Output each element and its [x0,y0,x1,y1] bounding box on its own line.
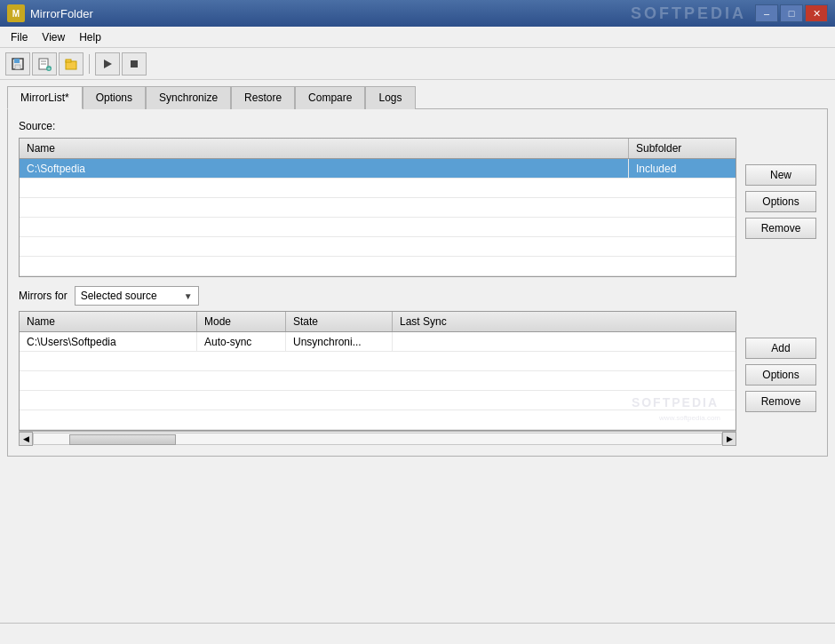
tab-restore[interactable]: Restore [231,86,295,109]
source-new-button[interactable]: New [745,164,816,186]
mirror-options-button[interactable]: Options [745,364,816,386]
source-empty-row [20,237,736,257]
title-bar: M MirrorFolder SOFTPEDIA – □ ✕ [0,0,835,27]
mirrors-col-state: State [286,312,393,331]
mirror-cell-lastsync-1 [393,332,736,351]
tab-options[interactable]: Options [83,86,146,109]
title-bar-left: M MirrorFolder [7,4,93,22]
source-cell-name-1: C:\Softpedia [20,159,629,178]
svg-rect-4 [15,65,20,69]
new-list-button[interactable]: + [32,52,57,76]
mirrors-col-name: Name [20,312,197,331]
source-table-wrapper: Name Subfolder C:\Softpedia Included [19,138,736,277]
tab-compare[interactable]: Compare [295,86,365,109]
status-bar [0,623,835,644]
save-button[interactable] [5,52,30,76]
mirror-empty-row [20,352,736,371]
mirrors-table-header: Name Mode State Last Sync [20,312,736,332]
mirror-add-button[interactable]: Add [745,338,816,359]
source-options-button[interactable]: Options [745,191,816,212]
source-side-buttons: New Options Remove [745,138,816,277]
close-button[interactable]: ✕ [805,4,828,22]
tab-synchronize[interactable]: Synchronize [146,86,231,109]
start-button[interactable] [95,52,120,76]
mirror-cell-name-1: C:\Users\Softpedia [20,332,197,351]
mirror-empty-row [20,410,736,430]
menu-bar: File View Help [0,27,835,48]
dropdown-value: Selected source [81,290,180,302]
maximize-button[interactable]: □ [780,4,803,22]
tab-bar: MirrorList* Options Synchronize Restore … [0,80,835,108]
source-row-1[interactable]: C:\Softpedia Included [20,159,736,179]
svg-rect-11 [66,60,71,62]
source-empty-row [20,257,736,276]
title-watermark: SOFTPEDIA [631,4,746,23]
mirrors-for-row: Mirrors for Selected source ▼ [19,286,816,306]
mirrors-side-buttons: Add Options Remove [745,311,816,445]
toolbar-separator [89,54,90,74]
scroll-right-button[interactable]: ▶ [722,432,736,446]
source-remove-button[interactable]: Remove [745,218,816,239]
mirror-row-1[interactable]: C:\Users\Softpedia Auto-sync Unsynchroni… [20,332,736,352]
svg-marker-12 [104,60,112,68]
toolbar: + [0,48,835,80]
source-empty-row [20,179,736,198]
scroll-thumb[interactable] [69,434,176,445]
menu-file[interactable]: File [4,29,35,45]
mirrors-table: Name Mode State Last Sync C:\Users\Softp… [19,311,736,431]
source-table-header: Name Subfolder [20,139,736,159]
minimize-button[interactable]: – [755,4,778,22]
source-table: Name Subfolder C:\Softpedia Included [19,138,736,277]
mirrors-col-lastsync: Last Sync [393,312,736,331]
mirror-empty-row [20,391,736,410]
mirrors-table-wrapper: Name Mode State Last Sync C:\Users\Softp… [19,311,736,445]
source-col-subfolder: Subfolder [629,139,736,158]
svg-text:+: + [47,66,51,71]
stop-button[interactable] [122,52,147,76]
selected-source-dropdown[interactable]: Selected source ▼ [75,286,199,306]
window-controls: – □ ✕ [755,4,828,22]
mirrors-for-label: Mirrors for [19,290,68,302]
source-cell-subfolder-1: Included [629,159,736,178]
source-label: Source: [19,120,816,132]
menu-view[interactable]: View [35,29,72,45]
app-icon: M [7,4,25,22]
dropdown-arrow-icon: ▼ [184,291,193,301]
mirror-empty-row [20,371,736,391]
mirrors-col-mode: Mode [197,312,286,331]
source-section: Name Subfolder C:\Softpedia Included New… [19,138,816,277]
source-empty-row [20,218,736,237]
mirror-cell-state-1: Unsynchroni... [286,332,393,351]
mirror-cell-mode-1: Auto-sync [197,332,286,351]
svg-text:M: M [12,9,20,19]
menu-help[interactable]: Help [72,29,108,45]
mirror-remove-button[interactable]: Remove [745,391,816,412]
main-panel: Source: Name Subfolder C:\Softpedia Incl… [7,108,828,457]
app-title: MirrorFolder [30,7,93,20]
tab-mirrorlist[interactable]: MirrorList* [7,86,83,109]
horizontal-scrollbar[interactable]: ◀ ▶ [19,431,736,445]
scroll-track[interactable] [33,433,722,445]
source-empty-row [20,198,736,218]
tab-logs[interactable]: Logs [365,86,415,109]
svg-rect-3 [14,59,20,63]
open-button[interactable] [59,52,84,76]
mirrors-section: Name Mode State Last Sync C:\Users\Softp… [19,311,816,445]
source-col-name: Name [20,139,629,158]
scroll-left-button[interactable]: ◀ [19,432,33,446]
svg-rect-13 [131,60,138,68]
